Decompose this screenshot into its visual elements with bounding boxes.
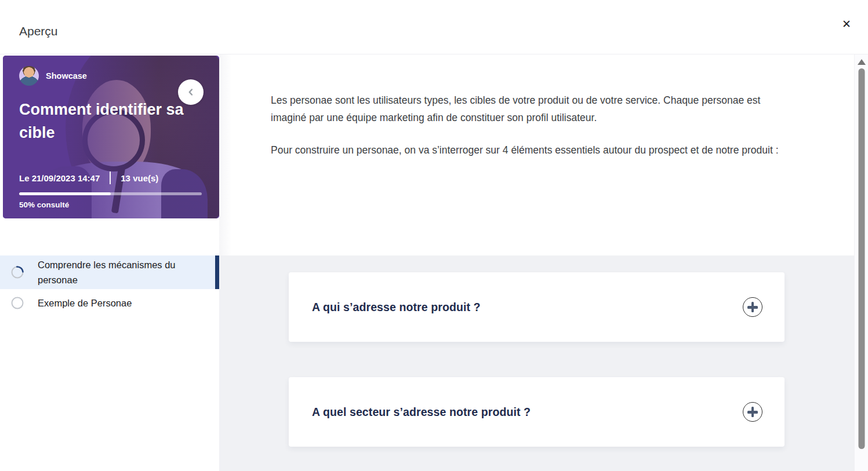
expand-button[interactable] <box>743 402 762 422</box>
author-name: Showcase <box>46 71 87 81</box>
course-date: Le 21/09/2023 14:47 <box>19 173 100 183</box>
progress-bar <box>19 192 202 195</box>
author-avatar <box>19 66 39 86</box>
chevron-left-icon <box>186 87 196 97</box>
scrollbar-thumb[interactable] <box>858 68 865 449</box>
intro-paragraph: Pour construire un personae, on va s’int… <box>271 141 784 159</box>
active-indicator <box>215 255 219 289</box>
sidebar-item-label: Exemple de Personae <box>38 295 132 311</box>
sidebar-item-exemple-de-personae[interactable]: Exemple de Personae <box>0 289 219 316</box>
modal-header: Aperçu ✕ <box>0 0 868 54</box>
progress-circle-icon <box>11 266 24 279</box>
page-title: Aperçu <box>19 24 58 38</box>
scroll-up-arrow-icon[interactable] <box>858 59 866 65</box>
lesson-content: Les personae sont les utilisateurs types… <box>219 54 868 471</box>
vertical-scrollbar <box>854 54 868 471</box>
accordion-a-qui-sadresse[interactable]: A qui s’adresse notre produit ? <box>289 272 785 342</box>
progress-label: 50% consulté <box>19 200 203 209</box>
preview-modal: Aperçu ✕ <box>0 0 868 471</box>
course-views: 13 vue(s) <box>121 173 158 183</box>
intro-paragraph: Les personae sont les utilisateurs types… <box>271 92 784 126</box>
meta-divider <box>110 171 111 184</box>
lesson-intro: Les personae sont les utilisateurs types… <box>219 54 868 159</box>
close-icon: ✕ <box>842 17 851 31</box>
progress-bar-fill <box>19 192 111 195</box>
chapter-list: Comprendre les mécanismes du personae Ex… <box>0 255 219 316</box>
accordion-title: A quel secteur s’adresse notre produit ? <box>312 406 531 419</box>
close-button[interactable]: ✕ <box>838 15 855 32</box>
accordion-a-quel-secteur[interactable]: A quel secteur s’adresse notre produit ? <box>289 377 785 447</box>
sidebar-item-comprendre-les-mecanismes[interactable]: Comprendre les mécanismes du personae <box>0 255 219 289</box>
empty-circle-icon <box>11 297 24 309</box>
course-header-card: Showcase Comment identifier sa cible Le … <box>3 56 219 218</box>
accordion-title: A qui s’adresse notre produit ? <box>312 301 481 314</box>
plus-icon <box>747 407 758 417</box>
sidebar-item-label: Comprendre les mécanismes du personae <box>38 257 206 287</box>
course-sidebar: Showcase Comment identifier sa cible Le … <box>0 54 219 471</box>
accordion-section: A qui s’adresse notre produit ? A quel s… <box>219 255 854 471</box>
plus-icon <box>747 302 758 312</box>
collapse-sidebar-button[interactable] <box>178 79 204 105</box>
expand-button[interactable] <box>743 297 762 317</box>
course-title: Comment identifier sa cible <box>19 98 203 144</box>
